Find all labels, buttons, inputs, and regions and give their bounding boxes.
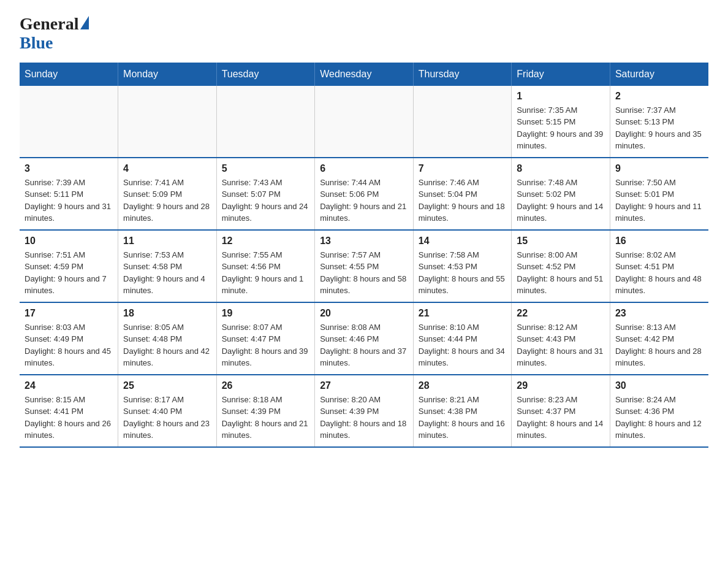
day-number: 18 [123, 308, 211, 319]
calendar-table: SundayMondayTuesdayWednesdayThursdayFrid… [20, 63, 708, 448]
calendar-week-row: 3Sunrise: 7:39 AM Sunset: 5:11 PM Daylig… [20, 158, 708, 230]
day-info: Sunrise: 7:44 AM Sunset: 5:06 PM Dayligh… [320, 177, 408, 224]
day-number: 27 [320, 380, 408, 391]
calendar-cell: 8Sunrise: 7:48 AM Sunset: 5:02 PM Daylig… [512, 158, 610, 230]
day-info: Sunrise: 8:00 AM Sunset: 4:52 PM Dayligh… [517, 249, 605, 297]
day-info: Sunrise: 8:10 AM Sunset: 4:44 PM Dayligh… [419, 321, 507, 369]
day-info: Sunrise: 8:08 AM Sunset: 4:46 PM Dayligh… [320, 321, 408, 369]
day-info: Sunrise: 7:51 AM Sunset: 4:59 PM Dayligh… [25, 249, 113, 297]
header: General Blue [20, 15, 708, 53]
weekday-header-thursday: Thursday [413, 63, 512, 86]
calendar-cell: 22Sunrise: 8:12 AM Sunset: 4:43 PM Dayli… [512, 302, 610, 375]
day-info: Sunrise: 7:46 AM Sunset: 5:04 PM Dayligh… [419, 177, 507, 224]
weekday-header-row: SundayMondayTuesdayWednesdayThursdayFrid… [20, 63, 708, 86]
day-number: 15 [517, 236, 605, 247]
day-number: 10 [25, 236, 113, 247]
day-info: Sunrise: 7:58 AM Sunset: 4:53 PM Dayligh… [419, 249, 507, 297]
calendar-cell: 21Sunrise: 8:10 AM Sunset: 4:44 PM Dayli… [413, 302, 512, 375]
calendar-cell [216, 86, 315, 158]
calendar-cell: 7Sunrise: 7:46 AM Sunset: 5:04 PM Daylig… [413, 158, 512, 230]
day-info: Sunrise: 7:50 AM Sunset: 5:01 PM Dayligh… [615, 177, 703, 224]
calendar-cell: 4Sunrise: 7:41 AM Sunset: 5:09 PM Daylig… [118, 158, 217, 230]
day-number: 14 [419, 236, 507, 247]
day-number: 16 [615, 236, 703, 247]
day-number: 22 [517, 308, 605, 319]
day-number: 1 [517, 91, 605, 102]
day-number: 24 [25, 380, 113, 391]
day-info: Sunrise: 7:39 AM Sunset: 5:11 PM Dayligh… [25, 177, 113, 224]
logo-container: General Blue [20, 15, 89, 53]
weekday-header-saturday: Saturday [610, 63, 708, 86]
day-number: 29 [517, 380, 605, 391]
day-number: 3 [25, 163, 113, 174]
day-info: Sunrise: 8:05 AM Sunset: 4:48 PM Dayligh… [123, 321, 211, 369]
day-info: Sunrise: 7:43 AM Sunset: 5:07 PM Dayligh… [222, 177, 310, 224]
day-number: 11 [123, 236, 211, 247]
calendar-cell: 10Sunrise: 7:51 AM Sunset: 4:59 PM Dayli… [20, 230, 118, 302]
calendar-week-row: 17Sunrise: 8:03 AM Sunset: 4:49 PM Dayli… [20, 302, 708, 375]
day-number: 23 [615, 308, 703, 319]
calendar-cell: 17Sunrise: 8:03 AM Sunset: 4:49 PM Dayli… [20, 302, 118, 375]
day-info: Sunrise: 7:37 AM Sunset: 5:13 PM Dayligh… [615, 104, 703, 152]
day-number: 17 [25, 308, 113, 319]
day-info: Sunrise: 8:02 AM Sunset: 4:51 PM Dayligh… [615, 249, 703, 297]
day-info: Sunrise: 7:53 AM Sunset: 4:58 PM Dayligh… [123, 249, 211, 297]
calendar-cell: 14Sunrise: 7:58 AM Sunset: 4:53 PM Dayli… [413, 230, 512, 302]
day-info: Sunrise: 8:07 AM Sunset: 4:47 PM Dayligh… [222, 321, 310, 369]
day-info: Sunrise: 8:13 AM Sunset: 4:42 PM Dayligh… [615, 321, 703, 369]
calendar-cell [118, 86, 217, 158]
calendar-cell: 15Sunrise: 8:00 AM Sunset: 4:52 PM Dayli… [512, 230, 610, 302]
weekday-header-sunday: Sunday [20, 63, 118, 86]
calendar-cell: 12Sunrise: 7:55 AM Sunset: 4:56 PM Dayli… [216, 230, 315, 302]
day-number: 25 [123, 380, 211, 391]
calendar-cell: 11Sunrise: 7:53 AM Sunset: 4:58 PM Dayli… [118, 230, 217, 302]
calendar-cell [20, 86, 118, 158]
calendar-cell: 26Sunrise: 8:18 AM Sunset: 4:39 PM Dayli… [216, 375, 315, 447]
calendar-cell: 19Sunrise: 8:07 AM Sunset: 4:47 PM Dayli… [216, 302, 315, 375]
weekday-header-monday: Monday [118, 63, 217, 86]
day-number: 7 [419, 163, 507, 174]
day-info: Sunrise: 8:21 AM Sunset: 4:38 PM Dayligh… [419, 394, 507, 442]
weekday-header-friday: Friday [512, 63, 610, 86]
calendar-cell: 23Sunrise: 8:13 AM Sunset: 4:42 PM Dayli… [610, 302, 708, 375]
day-info: Sunrise: 7:48 AM Sunset: 5:02 PM Dayligh… [517, 177, 605, 224]
day-number: 5 [222, 163, 310, 174]
logo-general-text: General [20, 15, 78, 34]
day-info: Sunrise: 7:35 AM Sunset: 5:15 PM Dayligh… [517, 104, 605, 152]
day-info: Sunrise: 8:03 AM Sunset: 4:49 PM Dayligh… [25, 321, 113, 369]
calendar-week-row: 10Sunrise: 7:51 AM Sunset: 4:59 PM Dayli… [20, 230, 708, 302]
day-number: 26 [222, 380, 310, 391]
calendar-week-row: 24Sunrise: 8:15 AM Sunset: 4:41 PM Dayli… [20, 375, 708, 447]
calendar-cell [315, 86, 414, 158]
calendar-cell [413, 86, 512, 158]
weekday-header-tuesday: Tuesday [216, 63, 315, 86]
weekday-header-wednesday: Wednesday [315, 63, 414, 86]
calendar-cell: 25Sunrise: 8:17 AM Sunset: 4:40 PM Dayli… [118, 375, 217, 447]
calendar-cell: 3Sunrise: 7:39 AM Sunset: 5:11 PM Daylig… [20, 158, 118, 230]
day-info: Sunrise: 8:23 AM Sunset: 4:37 PM Dayligh… [517, 394, 605, 442]
calendar-cell: 27Sunrise: 8:20 AM Sunset: 4:39 PM Dayli… [315, 375, 414, 447]
calendar-cell: 13Sunrise: 7:57 AM Sunset: 4:55 PM Dayli… [315, 230, 414, 302]
day-number: 13 [320, 236, 408, 247]
logo: General Blue [20, 15, 89, 53]
calendar-cell: 16Sunrise: 8:02 AM Sunset: 4:51 PM Dayli… [610, 230, 708, 302]
day-info: Sunrise: 7:41 AM Sunset: 5:09 PM Dayligh… [123, 177, 211, 224]
logo-blue-text: Blue [20, 33, 53, 52]
day-info: Sunrise: 8:18 AM Sunset: 4:39 PM Dayligh… [222, 394, 310, 442]
day-info: Sunrise: 8:24 AM Sunset: 4:36 PM Dayligh… [615, 394, 703, 442]
day-number: 4 [123, 163, 211, 174]
calendar-cell: 20Sunrise: 8:08 AM Sunset: 4:46 PM Dayli… [315, 302, 414, 375]
day-info: Sunrise: 8:17 AM Sunset: 4:40 PM Dayligh… [123, 394, 211, 442]
day-number: 19 [222, 308, 310, 319]
calendar-cell: 9Sunrise: 7:50 AM Sunset: 5:01 PM Daylig… [610, 158, 708, 230]
day-info: Sunrise: 8:12 AM Sunset: 4:43 PM Dayligh… [517, 321, 605, 369]
logo-triangle-icon [80, 16, 89, 29]
day-number: 2 [615, 91, 703, 102]
calendar-cell: 5Sunrise: 7:43 AM Sunset: 5:07 PM Daylig… [216, 158, 315, 230]
calendar-cell: 30Sunrise: 8:24 AM Sunset: 4:36 PM Dayli… [610, 375, 708, 447]
day-number: 8 [517, 163, 605, 174]
day-number: 21 [419, 308, 507, 319]
day-number: 12 [222, 236, 310, 247]
day-number: 20 [320, 308, 408, 319]
day-info: Sunrise: 7:55 AM Sunset: 4:56 PM Dayligh… [222, 249, 310, 297]
